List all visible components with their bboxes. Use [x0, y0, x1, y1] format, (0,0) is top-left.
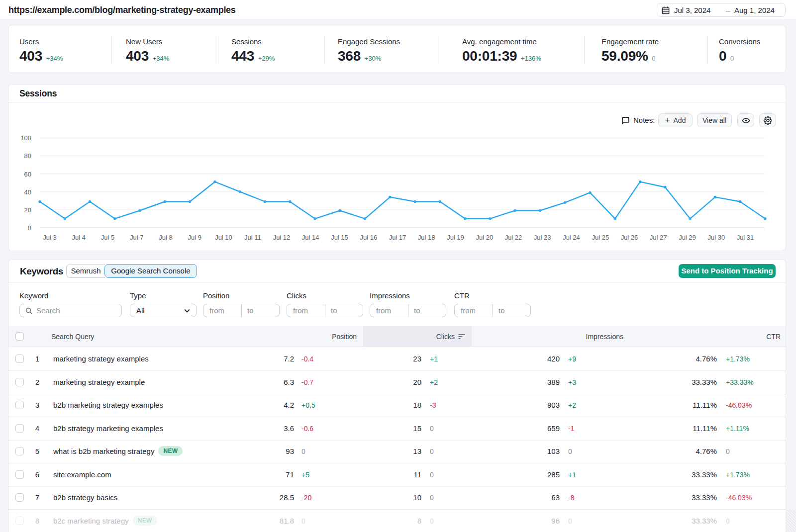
- svg-text:Jul 26: Jul 26: [621, 234, 638, 241]
- svg-text:Jul 17: Jul 17: [389, 234, 406, 241]
- svg-text:Jul 24: Jul 24: [563, 234, 580, 241]
- svg-text:Jul 4: Jul 4: [72, 234, 85, 241]
- svg-text:Jul 25: Jul 25: [592, 234, 609, 241]
- svg-text:Jul 12: Jul 12: [273, 234, 291, 241]
- svg-text:Jul 23: Jul 23: [534, 234, 551, 241]
- svg-text:Jul 10: Jul 10: [215, 234, 232, 241]
- svg-text:Jul 16: Jul 16: [360, 234, 377, 241]
- svg-text:20: 20: [24, 206, 31, 214]
- svg-text:Jul 18: Jul 18: [418, 234, 435, 241]
- svg-text:60: 60: [24, 171, 31, 178]
- svg-text:Jul 20: Jul 20: [476, 234, 493, 241]
- svg-text:Jul 31: Jul 31: [737, 234, 754, 241]
- svg-text:Jul 15: Jul 15: [331, 234, 348, 241]
- svg-text:80: 80: [24, 152, 31, 160]
- svg-text:Jul 29: Jul 29: [679, 234, 696, 241]
- svg-text:100: 100: [20, 134, 31, 142]
- svg-text:Jul 14: Jul 14: [302, 234, 319, 241]
- svg-text:0: 0: [28, 224, 31, 232]
- svg-text:Jul 19: Jul 19: [447, 234, 464, 241]
- svg-text:Jul 11: Jul 11: [244, 234, 261, 241]
- svg-text:Jul 9: Jul 9: [188, 234, 201, 241]
- svg-text:40: 40: [24, 188, 31, 196]
- svg-text:Jul 7: Jul 7: [130, 234, 143, 241]
- svg-text:Jul 8: Jul 8: [159, 234, 172, 241]
- svg-text:Jul 5: Jul 5: [101, 234, 114, 241]
- svg-text:Jul 27: Jul 27: [650, 234, 667, 241]
- svg-text:Jul 3: Jul 3: [43, 234, 56, 241]
- svg-text:Jul 30: Jul 30: [707, 234, 725, 241]
- svg-text:Jul 22: Jul 22: [505, 234, 522, 241]
